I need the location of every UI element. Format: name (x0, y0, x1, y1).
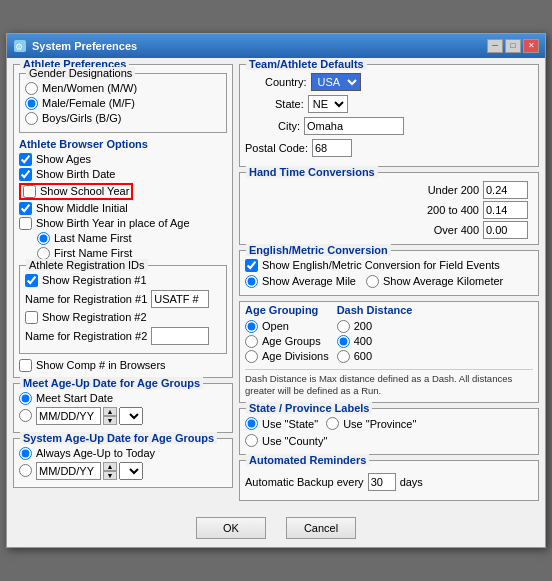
meet-date-spinner-btns: ▲ ▼ (103, 407, 117, 425)
sys-custom-radio[interactable] (19, 464, 32, 477)
show-birth-year-checkbox[interactable] (19, 217, 32, 230)
use-county-label[interactable]: Use "County" (262, 435, 327, 447)
show-middle-initial-checkbox[interactable] (19, 202, 32, 215)
avg-km-radio[interactable] (366, 275, 379, 288)
ht-under200-input[interactable] (483, 181, 528, 199)
maximize-button[interactable]: □ (505, 39, 521, 53)
use-county-row: Use "County" (245, 434, 533, 447)
ht-200to400-label: 200 to 400 (245, 204, 479, 216)
dd-600-row: 600 (337, 350, 413, 363)
show-reg1-checkbox[interactable] (25, 274, 38, 287)
show-conversion-row: Show English/Metric Conversion for Field… (245, 259, 533, 272)
last-first-label[interactable]: Last Name First (54, 232, 132, 244)
dd-200-radio[interactable] (337, 320, 350, 333)
avg-km-row: Show Average Kilometer (366, 275, 503, 288)
show-middle-initial-label[interactable]: Show Middle Initial (36, 202, 128, 214)
ht-over400-input[interactable] (483, 221, 528, 239)
gender-mf-radio[interactable] (25, 97, 38, 110)
age-grouping-label: Age Grouping (245, 304, 329, 316)
avg-km-label[interactable]: Show Average Kilometer (383, 275, 503, 287)
show-birth-date-label[interactable]: Show Birth Date (36, 168, 115, 180)
show-school-year-label[interactable]: Show School Year (40, 185, 129, 197)
show-ages-label[interactable]: Show Ages (36, 153, 91, 165)
ag-groups-label[interactable]: Age Groups (262, 335, 321, 347)
city-label: City: (278, 120, 300, 132)
city-row: City: (245, 117, 533, 135)
gender-bg-label[interactable]: Boys/Girls (B/G) (42, 112, 121, 124)
show-conversion-checkbox[interactable] (245, 259, 258, 272)
sys-date-down-btn[interactable]: ▼ (103, 471, 117, 480)
registration-ids-content: Show Registration #1 Name for Registrati… (25, 274, 221, 345)
use-county-radio[interactable] (245, 434, 258, 447)
meet-start-date-label[interactable]: Meet Start Date (36, 392, 113, 404)
cancel-button[interactable]: Cancel (286, 517, 356, 539)
last-first-radio[interactable] (37, 232, 50, 245)
first-first-label[interactable]: First Name First (54, 247, 132, 259)
meet-start-date-radio[interactable] (19, 392, 32, 405)
title-bar-controls: ─ □ ✕ (487, 39, 539, 53)
dd-400-row: 400 (337, 335, 413, 348)
ag-divisions-label[interactable]: Age Divisions (262, 350, 329, 362)
ag-groups-radio[interactable] (245, 335, 258, 348)
state-label: State: (275, 98, 304, 110)
dd-400-radio[interactable] (337, 335, 350, 348)
name-reg1-input[interactable] (151, 290, 209, 308)
meet-date-down-btn[interactable]: ▼ (103, 416, 117, 425)
ag-open-radio[interactable] (245, 320, 258, 333)
show-school-year-checkbox[interactable] (23, 185, 36, 198)
show-reg1-label[interactable]: Show Registration #1 (42, 274, 147, 286)
show-reg2-checkbox[interactable] (25, 311, 38, 324)
gender-mw-radio[interactable] (25, 82, 38, 95)
avg-mile-radio[interactable] (245, 275, 258, 288)
ag-divisions-row: Age Divisions (245, 350, 329, 363)
system-age-up-content: Always Age-Up to Today ▲ ▼ ▼ (19, 447, 227, 480)
show-ages-checkbox[interactable] (19, 153, 32, 166)
show-comp-label[interactable]: Show Comp # in Browsers (36, 359, 166, 371)
dd-400-label[interactable]: 400 (354, 335, 372, 347)
show-comp-checkbox[interactable] (19, 359, 32, 372)
ht-200to400-input[interactable] (483, 201, 528, 219)
use-province-label[interactable]: Use "Province" (343, 418, 416, 430)
name-reg2-input[interactable] (151, 327, 209, 345)
show-birth-year-label[interactable]: Show Birth Year in place of Age (36, 217, 190, 229)
hand-time-content: Under 200 200 to 400 Over 400 (245, 181, 533, 239)
ag-divisions-radio[interactable] (245, 350, 258, 363)
city-input[interactable] (304, 117, 404, 135)
always-today-radio[interactable] (19, 447, 32, 460)
dd-600-label[interactable]: 600 (354, 350, 372, 362)
show-conversion-label[interactable]: Show English/Metric Conversion for Field… (262, 259, 500, 271)
meet-date-input[interactable] (36, 407, 101, 425)
postal-input[interactable] (312, 139, 352, 157)
use-state-radio[interactable] (245, 417, 258, 430)
meet-date-up-btn[interactable]: ▲ (103, 407, 117, 416)
sys-date-up-btn[interactable]: ▲ (103, 462, 117, 471)
avg-mile-label[interactable]: Show Average Mile (262, 275, 356, 287)
dd-600-radio[interactable] (337, 350, 350, 363)
automated-reminders-label: Automated Reminders (246, 454, 369, 466)
sys-date-select[interactable]: ▼ (119, 462, 143, 480)
gender-mf-label[interactable]: Male/Female (M/F) (42, 97, 135, 109)
state-select[interactable]: NE (308, 95, 348, 113)
use-state-label[interactable]: Use "State" (262, 418, 318, 430)
always-today-label[interactable]: Always Age-Up to Today (36, 447, 155, 459)
dd-200-label[interactable]: 200 (354, 320, 372, 332)
name-reg1-row: Name for Registration #1 (25, 290, 221, 308)
team-defaults-group: Team/Athlete Defaults Country: USA State… (239, 64, 539, 167)
ag-open-label[interactable]: Open (262, 320, 289, 332)
meet-age-up-group: Meet Age-Up Date for Age Groups Meet Sta… (13, 383, 233, 433)
show-reg2-label[interactable]: Show Registration #2 (42, 311, 147, 323)
sys-date-input[interactable] (36, 462, 101, 480)
show-birth-date-checkbox[interactable] (19, 168, 32, 181)
backup-days-input[interactable] (368, 473, 396, 491)
meet-custom-row: ▲ ▼ ▼ (19, 407, 227, 425)
minimize-button[interactable]: ─ (487, 39, 503, 53)
show-reg1-row: Show Registration #1 (25, 274, 221, 287)
gender-mw-label[interactable]: Men/Women (M/W) (42, 82, 137, 94)
use-province-radio[interactable] (326, 417, 339, 430)
meet-date-select[interactable]: ▼ (119, 407, 143, 425)
gender-bg-radio[interactable] (25, 112, 38, 125)
close-button[interactable]: ✕ (523, 39, 539, 53)
meet-custom-radio[interactable] (19, 409, 32, 422)
country-select[interactable]: USA (311, 73, 361, 91)
ok-button[interactable]: OK (196, 517, 266, 539)
